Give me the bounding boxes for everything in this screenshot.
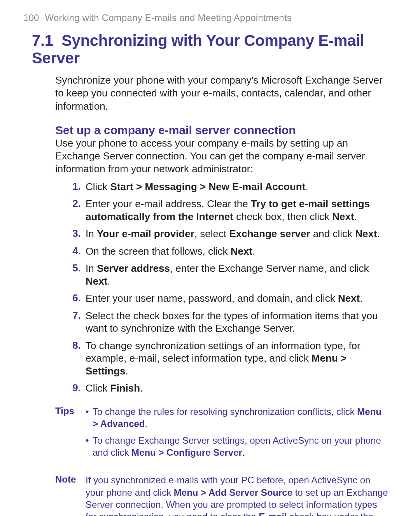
section-title: Synchronizing with Your Company E-mail S… [32,32,364,66]
step-item: 9. Click Finish. [67,382,389,395]
step-text: In Your e-mail provider, select Exchange… [86,227,380,240]
step-number: 1. [67,180,81,192]
step-item: 7. Select the check boxes for the types … [67,310,389,335]
step-number: 3. [67,227,81,240]
step-item: 4. On the screen that follows, click Nex… [67,245,389,258]
step-text: Enter your user name, password, and doma… [86,292,362,305]
running-header: 100 Working with Company E-mails and Mee… [19,12,401,23]
document-page: 100 Working with Company E-mails and Mee… [0,0,420,516]
step-number: 7. [67,310,81,322]
chapter-title: Working with Company E-mails and Meeting… [45,12,292,23]
tips-label: Tips [55,406,86,416]
note-label: Note [55,474,86,485]
step-number: 8. [67,339,81,352]
step-item: 5. In Server address, enter the Exchange… [67,262,389,287]
setup-lead: Use your phone to access your company e-… [55,137,389,176]
section-number: 7.1 [32,32,53,49]
step-item: 1. Click Start > Messaging > New E-mail … [67,180,389,193]
step-number: 9. [67,382,81,394]
note-body: If you synchronized e-mails with your PC… [86,474,389,516]
note-block: Note If you synchronized e-mails with yo… [55,474,389,516]
content: Synchronize your phone with your company… [19,74,401,516]
setup-heading: Set up a company e-mail server connectio… [55,124,389,137]
tips-body: To change the rules for resolving synchr… [86,406,389,464]
step-number: 4. [67,245,81,257]
page-number: 100 [23,12,39,23]
step-text: Click Finish. [86,382,143,395]
step-number: 5. [67,262,81,274]
steps-list: 1. Click Start > Messaging > New E-mail … [55,180,389,395]
tip-item: To change the rules for resolving synchr… [86,406,389,430]
step-item: 2. Enter your e-mail address. Clear the … [67,198,389,223]
step-text: To change synchronization settings of an… [86,339,389,378]
intro-paragraph: Synchronize your phone with your company… [55,74,389,113]
step-number: 6. [67,292,81,304]
tip-item: To change Exchange Server settings, open… [86,434,389,458]
step-item: 6. Enter your user name, password, and d… [67,292,389,305]
step-text: In Server address, enter the Exchange Se… [86,262,389,287]
step-text: Click Start > Messaging > New E-mail Acc… [86,180,308,193]
section-heading: 7.1 Synchronizing with Your Company E-ma… [19,32,401,67]
step-text: On the screen that follows, click Next. [86,245,255,258]
step-text: Select the check boxes for the types of … [86,310,389,335]
step-text: Enter your e-mail address. Clear the Try… [86,198,389,223]
tips-block: Tips To change the rules for resolving s… [55,406,389,464]
step-number: 2. [67,198,81,210]
step-item: 8. To change synchronization settings of… [67,339,389,378]
step-item: 3. In Your e-mail provider, select Excha… [67,227,389,240]
